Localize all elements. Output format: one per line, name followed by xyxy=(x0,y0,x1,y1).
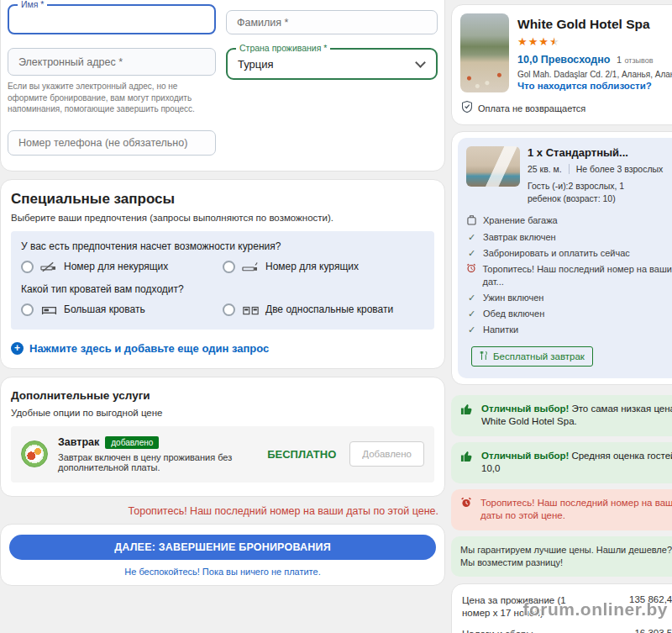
breakfast-info: Завтрак добавлено Завтрак включен в цену… xyxy=(58,436,257,472)
nearby-link[interactable]: Что находится поблизости? xyxy=(517,81,672,91)
special-requests-subtitle: Выберите ваши предпочтения (запросы выпо… xyxy=(11,213,434,223)
feature-label: Забронировать и оплатить сейчас xyxy=(483,247,630,259)
hotel-info: White Gold Hotel Spa ★★★★ 10,0 Превосход… xyxy=(517,13,672,92)
big-bed-icon xyxy=(40,304,57,315)
price-row-stay: Цена за проживание (1 номер x 17 ночей) … xyxy=(462,594,672,620)
first-name-field[interactable]: Имя * xyxy=(8,4,216,34)
feature-label: Ужин включен xyxy=(483,292,543,303)
phone-field[interactable] xyxy=(8,130,216,156)
radio-smoking[interactable] xyxy=(223,261,235,273)
free-breakfast-label: Бесплатный завтрак xyxy=(493,351,585,361)
price-value: 135 862,48 TL xyxy=(629,594,672,620)
first-name-input[interactable] xyxy=(9,6,214,33)
next-step-button[interactable]: ДАЛЕЕ: ЗАВЕРШЕНИЕ БРОНИРОВАНИЯ xyxy=(9,535,436,560)
room-size: 25 кв. м. xyxy=(528,164,562,174)
feature-urgency: Торопитесь! Наш последний номер на ваши … xyxy=(466,263,672,287)
plus-icon: + xyxy=(11,342,24,355)
hotel-card: White Gold Hotel Spa ★★★★ 10,0 Превосход… xyxy=(451,4,672,125)
smoking-icon xyxy=(242,261,259,272)
added-button[interactable]: Добавлено xyxy=(349,441,424,467)
highlight-text: Отличный выбор!Это самая низкая цена на … xyxy=(481,403,672,429)
highlight-text: Торопитесь! Наш последний номер на ваши … xyxy=(480,497,672,523)
payment-policy-text: Оплата не возвращается xyxy=(478,103,585,113)
room-meta: 25 кв. м. Не более 3 взрослых xyxy=(528,164,663,174)
check-icon: ✓ xyxy=(466,247,477,259)
email-column: Если вы укажите электронный адрес, но не… xyxy=(8,48,216,115)
no-smoking-icon xyxy=(40,261,57,272)
check-icon: ✓ xyxy=(466,292,477,303)
luggage-icon xyxy=(466,214,477,225)
shield-icon xyxy=(462,101,472,116)
rating-score: 10,0 Превосходно xyxy=(517,54,610,66)
hotel-photo xyxy=(460,13,509,92)
special-requests-title: Специальные запросы xyxy=(11,191,434,208)
payment-policy-row: Оплата не возвращается xyxy=(460,101,672,116)
option-twin-beds[interactable]: Две односпальные кровати xyxy=(223,303,424,316)
country-value: Турция xyxy=(238,58,274,71)
option-label: Номер для некурящих xyxy=(64,261,168,272)
breakfast-icon xyxy=(21,440,48,467)
chevron-down-icon xyxy=(415,57,426,68)
free-price-label: БЕСПЛАТНО xyxy=(267,448,336,461)
last-name-field[interactable] xyxy=(226,10,438,34)
add-request-link[interactable]: + Нажмите здесь и добавьте еще один запр… xyxy=(11,342,434,355)
check-icon: ✓ xyxy=(466,231,477,243)
reviews-count: 1 xyxy=(617,55,622,65)
room-guests: Гость (-и):2 взрослых, 1 ребенок (возрас… xyxy=(528,180,654,204)
reviews-word: отзывов xyxy=(624,56,653,65)
highlight-urgent: Торопитесь! Наш последний номер на ваши … xyxy=(451,489,672,530)
added-badge: добавлено xyxy=(105,436,159,449)
feature-breakfast: ✓ Завтрак включен xyxy=(466,231,672,243)
guarantee-text: Мы гарантируем лучшие цены. Нашли дешевл… xyxy=(460,544,672,569)
price-label: Цена за проживание (1 номер x 17 ночей) xyxy=(462,594,596,620)
first-name-label: Имя * xyxy=(18,0,47,9)
booking-page: Имя * Если вы укажите электронный адрес,… xyxy=(0,0,672,633)
room-info: 1 x Стандартный... 25 кв. м. Не более 3 … xyxy=(528,146,663,204)
check-icon: ✓ xyxy=(466,324,477,335)
radio-big-bed[interactable] xyxy=(21,303,34,316)
feature-dinner: ✓ Ужин включен xyxy=(466,292,672,303)
country-label: Страна проживания * xyxy=(236,43,330,53)
extras-panel: Дополнительные услуги Удобные опции по в… xyxy=(0,377,445,497)
room-box: 1 x Стандартный... 25 кв. м. Не более 3 … xyxy=(458,138,672,378)
feature-lunch: ✓ Обед включен xyxy=(466,308,672,319)
thumbs-up-icon xyxy=(460,450,473,467)
bed-options-row: Большая кровать Две односпальные кровати xyxy=(21,303,424,316)
star-rating-icon: ★★★★ xyxy=(517,35,672,48)
highlight-best-rating: Отличный выбор!Средняя оценка гостей — 1… xyxy=(451,442,672,483)
room-photo xyxy=(466,146,520,187)
email-hint: Если вы укажите электронный адрес, но не… xyxy=(8,81,216,115)
twin-beds-icon xyxy=(242,304,259,315)
radio-non-smoking[interactable] xyxy=(21,261,34,273)
option-label: Большая кровать xyxy=(64,303,145,315)
feature-label: Хранение багажа xyxy=(483,214,558,226)
radio-twin-beds[interactable] xyxy=(223,303,235,316)
feature-pay-now: ✓ Забронировать и оплатить сейчас xyxy=(466,247,672,259)
summary-sidebar: White Gold Hotel Spa ★★★★ 10,0 Превосход… xyxy=(451,0,672,633)
breakfast-name: Завтрак xyxy=(58,436,99,448)
phone-input[interactable] xyxy=(8,131,215,155)
email-field[interactable] xyxy=(8,48,216,76)
email-input[interactable] xyxy=(8,49,215,75)
option-non-smoking[interactable]: Номер для некурящих xyxy=(21,261,223,273)
thumbs-up-icon xyxy=(460,403,473,419)
feature-label: Торопитесь! Наш последний номер на ваши … xyxy=(482,263,672,287)
option-big-bed[interactable]: Большая кровать xyxy=(21,303,223,316)
cutlery-icon xyxy=(480,351,488,362)
option-smoking[interactable]: Номер для курящих xyxy=(223,261,424,273)
feature-drinks: ✓ Напитки xyxy=(466,324,672,335)
cta-panel: ДАЛЕЕ: ЗАВЕРШЕНИЕ БРОНИРОВАНИЯ Не беспок… xyxy=(0,524,445,586)
room-features: Хранение багажа ✓ Завтрак включен ✓ Забр… xyxy=(466,214,672,335)
room-title: 1 x Стандартный... xyxy=(528,146,663,159)
country-select[interactable]: Страна проживания * Турция xyxy=(226,48,438,80)
extras-title: Дополнительные услуги xyxy=(11,389,434,402)
requests-box: У вас есть предпочтения насчет возможнос… xyxy=(11,231,434,330)
hotel-name: White Gold Hotel Spa xyxy=(517,17,672,32)
feature-luggage: Хранение багажа xyxy=(466,214,672,226)
divider xyxy=(569,164,570,174)
price-guarantee-box: Мы гарантируем лучшие цены. Нашли дешевл… xyxy=(451,536,672,577)
feature-label: Обед включен xyxy=(483,308,544,319)
feature-label: Завтрак включен xyxy=(483,231,556,243)
last-name-input[interactable] xyxy=(227,11,437,34)
price-value: 16 303,54 TL xyxy=(634,628,672,633)
